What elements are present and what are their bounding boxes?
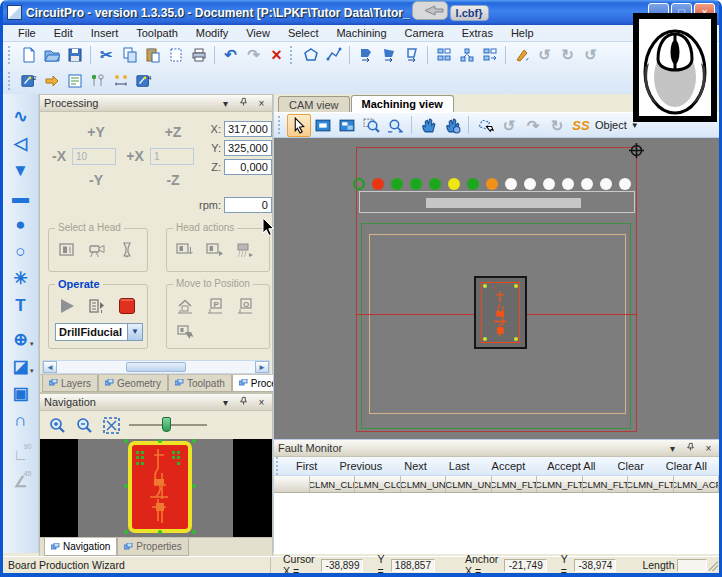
open-document-button[interactable] (40, 44, 63, 66)
fault-column-header[interactable]: CLMN_UN (446, 476, 492, 492)
panel-menu-icon[interactable]: ▾ (219, 98, 232, 109)
head-down-button[interactable] (173, 239, 197, 261)
tab-toolpath[interactable]: Toolpath (168, 375, 232, 392)
zoom-fit-icon[interactable] (102, 416, 121, 435)
pan-button[interactable] (416, 114, 440, 137)
zoom-window-button[interactable] (359, 114, 383, 137)
scroll-left-icon[interactable]: ◄ (43, 361, 57, 373)
menu-machining[interactable]: Machining (327, 26, 395, 40)
rotate-free-button[interactable] (510, 44, 533, 66)
fault-last-button[interactable]: Last (438, 460, 481, 472)
draw-polygon-tool[interactable]: ▼ (8, 157, 34, 183)
print-area-button[interactable] (164, 44, 187, 66)
add-to-selection-button[interactable]: ↺ (497, 114, 521, 137)
angle-45-tool[interactable]: ∠45 (8, 468, 34, 494)
tab-cam-view[interactable]: CAM view (278, 96, 350, 112)
rotate-180-button[interactable]: ↺ (579, 44, 602, 66)
draw-filled-circle-tool[interactable]: ● (8, 211, 34, 237)
paste-button[interactable] (141, 44, 164, 66)
jog-minus-y-button[interactable]: -Y (72, 172, 120, 188)
pad-tool[interactable]: ▣ (8, 380, 34, 406)
fault-column-header[interactable]: CLMN_FLT (537, 476, 583, 492)
menu-file[interactable]: File (9, 26, 45, 40)
draw-rectangle-tool[interactable]: ▬ (8, 184, 34, 210)
tab-geometry[interactable]: Geometry (98, 375, 168, 392)
fault-clear-all-button[interactable]: Clear All (655, 460, 718, 472)
move-home-button[interactable] (173, 295, 197, 317)
panel-close-icon[interactable]: × (255, 98, 268, 109)
menu-extras[interactable]: Extras (453, 26, 502, 40)
cancel-selection-button[interactable]: ↻ (545, 114, 569, 137)
panel-close-icon[interactable]: × (702, 443, 715, 454)
remove-from-selection-button[interactable]: ↷ (521, 114, 545, 137)
draw-circle-tool[interactable]: ○ (8, 238, 34, 264)
draw-path-tool[interactable]: ∿ (8, 103, 34, 129)
fault-column-header[interactable]: CLMN_ACF (674, 476, 720, 492)
rotate-ccw-button[interactable]: ↺ (533, 44, 556, 66)
zoom-out-icon[interactable] (75, 416, 94, 435)
menu-toolpath[interactable]: Toolpath (127, 26, 187, 40)
panel-menu-icon[interactable]: ▾ (219, 397, 232, 408)
process-step-button[interactable] (85, 295, 109, 317)
zoom-slider[interactable] (129, 416, 207, 434)
convert-to-outline-button[interactable] (400, 44, 423, 66)
test-pins-button[interactable] (86, 70, 109, 92)
scrollbar-thumb[interactable] (126, 362, 186, 372)
select-tool-button[interactable] (287, 114, 311, 137)
scroll-right-icon[interactable]: ► (255, 361, 269, 373)
fault-column-header[interactable]: CLMN_FLT (492, 476, 538, 492)
fault-accept-button[interactable]: Accept (481, 460, 537, 472)
zoom-to-selection-button[interactable] (335, 114, 359, 137)
delete-button[interactable]: × (265, 44, 288, 66)
jog-step-z-input[interactable] (150, 148, 194, 165)
jog-minus-z-button[interactable]: -Z (150, 172, 196, 188)
rubout-tool[interactable]: ◪▾ (8, 353, 34, 379)
print-button[interactable] (187, 44, 210, 66)
menu-camera[interactable]: Camera (396, 26, 453, 40)
pan-dynamic-button[interactable] (440, 114, 464, 137)
fault-column-header[interactable]: CLMN_CLC (355, 476, 401, 492)
phase-dropdown[interactable]: DrillFiducial ▼ (55, 323, 143, 341)
thermal-pad-tool[interactable]: ∩ (8, 407, 34, 433)
select-head-camera-button[interactable] (85, 239, 109, 261)
fault-column-header[interactable]: CLMN_FLT (628, 476, 674, 492)
panel-pin-icon[interactable] (237, 97, 250, 109)
jog-plus-z-button[interactable]: +Z (150, 124, 196, 140)
fault-column-header[interactable]: CLMN_CLI (310, 476, 356, 492)
panel-pin-icon[interactable] (684, 442, 697, 454)
select-head-dispenser-button[interactable] (115, 239, 139, 261)
polygon-select-button[interactable] (299, 44, 322, 66)
polyline-select-button[interactable] (322, 44, 345, 66)
select-head-dispense-button[interactable] (55, 239, 79, 261)
new-document-button[interactable] (17, 44, 40, 66)
import-button[interactable] (40, 70, 63, 92)
jog-plus-y-button[interactable]: +Y (72, 124, 120, 140)
menu-edit[interactable]: Edit (45, 26, 82, 40)
fault-column-header[interactable]: CLMN_FLT (583, 476, 629, 492)
wizard-2-button[interactable]: 2 (17, 70, 40, 92)
move-pause-position-button[interactable]: P (203, 295, 227, 317)
zoom-in-icon[interactable] (48, 416, 67, 435)
convert-to-polygon-button[interactable] (377, 44, 400, 66)
head-start-button[interactable] (203, 239, 227, 261)
select-same-button[interactable]: SS (569, 114, 593, 137)
lasso-select-button[interactable] (473, 114, 497, 137)
tab-navigation[interactable]: Navigation (44, 538, 117, 556)
panel-close-icon[interactable]: × (255, 397, 268, 408)
undo-button[interactable]: ↶ (219, 44, 242, 66)
start-processing-button[interactable] (55, 295, 79, 317)
jog-plus-x-button[interactable]: +X (120, 148, 150, 164)
jog-minus-x-button[interactable]: -X (46, 148, 72, 164)
draw-flash-tool[interactable]: ✳ (8, 265, 34, 291)
redo-button[interactable]: ↷ (242, 44, 265, 66)
fault-column-header[interactable]: CLMN_UN (401, 476, 447, 492)
tab-machining-view[interactable]: Machining view (351, 95, 454, 112)
angle-90-tool[interactable]: ∟90 (8, 441, 34, 467)
tab-properties[interactable]: Properties (117, 538, 189, 556)
menu-insert[interactable]: Insert (82, 26, 128, 40)
regroup-button[interactable] (478, 44, 501, 66)
fault-table-body[interactable] (274, 493, 719, 554)
zoom-to-board-button[interactable] (311, 114, 335, 137)
report-button[interactable] (63, 70, 86, 92)
slider-thumb[interactable] (162, 417, 171, 432)
